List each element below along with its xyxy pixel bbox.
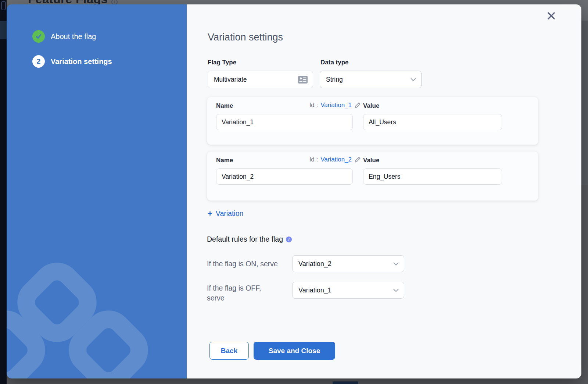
plus-icon: + [208, 210, 212, 217]
add-variation-button[interactable]: + Variation [208, 209, 243, 218]
flag-off-label: If the flag is OFF, serve [207, 283, 277, 303]
step-about-the-flag[interactable]: About the flag [32, 30, 96, 43]
data-type-value: String [326, 76, 408, 83]
value-label: Value [363, 157, 379, 164]
close-button[interactable] [545, 10, 557, 22]
variation-id: Id : Variation_1 [309, 102, 361, 109]
variation-value-input[interactable] [363, 114, 502, 130]
step-complete-check-icon [32, 30, 45, 43]
flag-creation-modal: About the flag 2 Variation settings Vari… [7, 4, 581, 378]
data-type-select[interactable]: String [320, 71, 422, 88]
flag-type-value: Multivariate [214, 76, 295, 83]
step-number-badge: 2 [32, 55, 45, 68]
variation-id-link[interactable]: Variation_1 [320, 102, 352, 109]
flag-on-serve-value: Variation_2 [298, 260, 390, 268]
flag-type-field[interactable]: Multivariate [208, 71, 313, 88]
variation-id: Id : Variation_2 [309, 156, 361, 163]
background-divider [581, 21, 588, 185]
variation-name-input[interactable] [216, 114, 353, 130]
sidebar-active-item-partial [0, 21, 7, 39]
flag-off-serve-select[interactable]: Variation_1 [292, 282, 404, 299]
default-rules-title: Default rules for the flag [207, 235, 283, 243]
panel-title: Variation settings [208, 32, 283, 43]
flag-on-label: If the flag is ON, serve [207, 259, 278, 269]
screen: Feature Flags i [0, 0, 588, 384]
save-and-close-button[interactable]: Save and Close [254, 342, 335, 360]
steps-panel: About the flag 2 Variation settings [7, 4, 187, 378]
edit-icon[interactable] [354, 156, 361, 163]
id-prefix: Id : [309, 156, 318, 163]
step-variation-settings[interactable]: 2 Variation settings [32, 55, 112, 68]
close-icon [546, 11, 556, 21]
idcard-icon [298, 76, 308, 83]
value-label: Value [363, 102, 379, 110]
add-variation-label: Variation [216, 209, 244, 218]
background-element [333, 381, 358, 384]
name-label: Name [216, 157, 233, 164]
variation-name-input[interactable] [216, 168, 353, 185]
flag-off-serve-value: Variation_1 [298, 287, 390, 294]
name-label: Name [216, 102, 233, 110]
info-icon[interactable]: i [286, 237, 292, 242]
variation-card: Name Id : Variation_1 Value [207, 97, 538, 145]
id-prefix: Id : [309, 102, 318, 109]
edit-icon[interactable] [354, 102, 361, 109]
flag-type-label: Flag Type [208, 59, 236, 66]
app-sidebar-edge [0, 0, 7, 384]
app-logo-partial [1, 1, 6, 10]
variation-value-input[interactable] [363, 168, 502, 185]
step-label: Variation settings [51, 57, 112, 66]
chevron-down-icon [393, 289, 399, 292]
variation-id-link[interactable]: Variation_2 [320, 156, 352, 163]
back-button[interactable]: Back [209, 342, 249, 360]
default-rules-heading: Default rules for the flag i [207, 235, 292, 243]
data-type-label: Data type [320, 59, 349, 66]
step-label: About the flag [51, 32, 96, 41]
variation-card: Name Id : Variation_2 Value [207, 151, 538, 201]
variation-settings-panel: Variation settings Flag Type Data type M… [187, 4, 581, 378]
chevron-down-icon [410, 78, 416, 81]
flag-on-serve-select[interactable]: Variation_2 [292, 255, 404, 272]
chevron-down-icon [393, 262, 399, 266]
